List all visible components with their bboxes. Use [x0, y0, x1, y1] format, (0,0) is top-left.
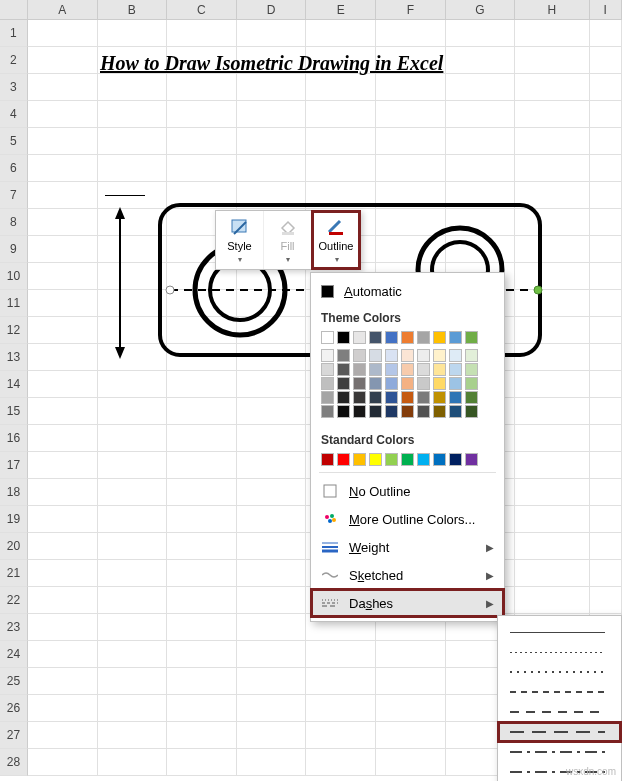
cell[interactable]: [98, 722, 168, 749]
color-swatch[interactable]: [433, 391, 446, 404]
color-swatch[interactable]: [321, 331, 334, 344]
color-swatch[interactable]: [417, 377, 430, 390]
cell[interactable]: [237, 722, 307, 749]
cell[interactable]: [98, 371, 168, 398]
cell[interactable]: [98, 641, 168, 668]
cell[interactable]: [98, 506, 168, 533]
cell[interactable]: [446, 101, 516, 128]
color-swatch[interactable]: [337, 391, 350, 404]
color-swatch[interactable]: [321, 349, 334, 362]
color-swatch[interactable]: [433, 405, 446, 418]
color-swatch[interactable]: [353, 331, 366, 344]
color-swatch[interactable]: [369, 453, 382, 466]
cell[interactable]: [28, 722, 98, 749]
color-swatch[interactable]: [465, 363, 478, 376]
cell[interactable]: [237, 641, 307, 668]
cell[interactable]: [237, 155, 307, 182]
row-header[interactable]: 9: [0, 236, 28, 263]
cell[interactable]: [446, 47, 516, 74]
cell[interactable]: [590, 506, 622, 533]
cell[interactable]: [167, 155, 237, 182]
cell[interactable]: [515, 128, 589, 155]
cell[interactable]: [237, 425, 307, 452]
cell[interactable]: [237, 398, 307, 425]
row-header[interactable]: 28: [0, 749, 28, 776]
row-header[interactable]: 16: [0, 425, 28, 452]
cell[interactable]: [590, 182, 622, 209]
color-swatch[interactable]: [321, 391, 334, 404]
fill-button[interactable]: Fill▾: [264, 211, 312, 269]
row-header[interactable]: 4: [0, 101, 28, 128]
cell[interactable]: [376, 155, 446, 182]
cell[interactable]: [167, 128, 237, 155]
cell[interactable]: [237, 668, 307, 695]
dash-solid[interactable]: [498, 622, 621, 642]
row-header[interactable]: 7: [0, 182, 28, 209]
color-swatch[interactable]: [385, 349, 398, 362]
col-header-e[interactable]: E: [306, 0, 376, 19]
cell[interactable]: [28, 641, 98, 668]
color-swatch[interactable]: [353, 363, 366, 376]
cell[interactable]: [515, 506, 589, 533]
cell[interactable]: [98, 587, 168, 614]
cell[interactable]: [515, 425, 589, 452]
color-swatch[interactable]: [337, 331, 350, 344]
cell[interactable]: [28, 182, 98, 209]
col-header-a[interactable]: A: [28, 0, 98, 19]
color-swatch[interactable]: [401, 363, 414, 376]
cell[interactable]: [446, 128, 516, 155]
col-header-i[interactable]: I: [590, 0, 622, 19]
color-swatch[interactable]: [337, 453, 350, 466]
row-header[interactable]: 23: [0, 614, 28, 641]
style-button[interactable]: Style▾: [216, 211, 264, 269]
cell[interactable]: [28, 263, 98, 290]
color-swatch[interactable]: [417, 349, 430, 362]
dash-square-dot[interactable]: [498, 662, 621, 682]
cell[interactable]: [28, 290, 98, 317]
cell[interactable]: [306, 20, 376, 47]
row-header[interactable]: 2: [0, 47, 28, 74]
cell[interactable]: [28, 479, 98, 506]
cell[interactable]: [28, 128, 98, 155]
color-swatch[interactable]: [465, 331, 478, 344]
row-header[interactable]: 20: [0, 533, 28, 560]
cell[interactable]: [98, 560, 168, 587]
color-swatch[interactable]: [401, 405, 414, 418]
cell[interactable]: [590, 263, 622, 290]
cell[interactable]: [515, 587, 589, 614]
sketched-item[interactable]: Sketched ▶: [311, 561, 504, 589]
color-swatch[interactable]: [369, 349, 382, 362]
cell[interactable]: [98, 74, 168, 101]
cell[interactable]: [28, 101, 98, 128]
cell[interactable]: [376, 128, 446, 155]
col-header-c[interactable]: C: [167, 0, 237, 19]
row-header[interactable]: 12: [0, 317, 28, 344]
color-swatch[interactable]: [417, 405, 430, 418]
col-header-b[interactable]: B: [98, 0, 168, 19]
cell[interactable]: [98, 668, 168, 695]
color-swatch[interactable]: [449, 405, 462, 418]
more-colors-item[interactable]: More Outline Colors...: [311, 505, 504, 533]
weight-item[interactable]: Weight ▶: [311, 533, 504, 561]
dashes-item[interactable]: Dashes ▶: [311, 589, 504, 617]
cell[interactable]: [590, 74, 622, 101]
cell[interactable]: [590, 560, 622, 587]
color-swatch[interactable]: [465, 391, 478, 404]
cell[interactable]: [28, 506, 98, 533]
color-swatch[interactable]: [353, 377, 366, 390]
color-swatch[interactable]: [337, 405, 350, 418]
select-all-corner[interactable]: [0, 0, 28, 20]
color-swatch[interactable]: [465, 405, 478, 418]
col-header-h[interactable]: H: [515, 0, 589, 19]
cell[interactable]: [28, 452, 98, 479]
cell[interactable]: [167, 452, 237, 479]
cell[interactable]: [376, 101, 446, 128]
cell[interactable]: [306, 749, 376, 776]
cell[interactable]: [98, 479, 168, 506]
cell[interactable]: [376, 749, 446, 776]
row-header[interactable]: 21: [0, 560, 28, 587]
cell[interactable]: [590, 587, 622, 614]
cell[interactable]: [28, 236, 98, 263]
cell[interactable]: [167, 587, 237, 614]
color-swatch[interactable]: [385, 453, 398, 466]
